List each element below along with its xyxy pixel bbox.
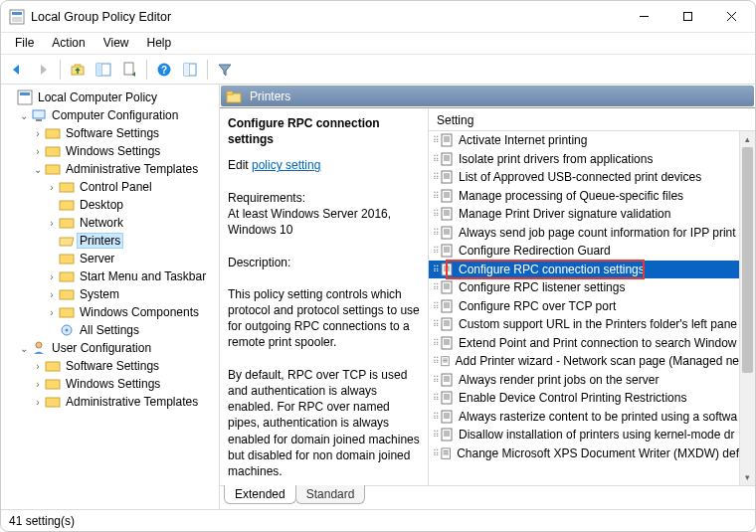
- back-button[interactable]: [5, 58, 29, 82]
- properties-button[interactable]: [178, 58, 202, 82]
- scroll-up-icon[interactable]: ▴: [740, 131, 755, 147]
- tree-root[interactable]: Local Computer Policy: [3, 89, 217, 106]
- tree-network[interactable]: ›Network: [3, 214, 217, 232]
- tree-label: Printers: [77, 233, 123, 249]
- folder-icon: [45, 358, 61, 374]
- setting-row[interactable]: ⠿Manage processing of Queue-specific fil…: [429, 187, 739, 206]
- tree-windows-components[interactable]: ›Windows Components: [3, 303, 217, 321]
- svg-rect-35: [46, 380, 60, 389]
- chevron-right-icon[interactable]: ›: [45, 289, 59, 300]
- svg-rect-23: [46, 165, 60, 174]
- tree-u-windows-settings[interactable]: ›Windows Settings: [3, 375, 217, 393]
- chevron-right-icon[interactable]: ›: [31, 361, 45, 372]
- tree-u-software-settings[interactable]: ›Software Settings: [3, 357, 217, 375]
- window-title: Local Group Policy Editor: [31, 10, 622, 24]
- svg-rect-27: [60, 255, 74, 264]
- description-paragraph: By default, RPC over TCP is used and aut…: [228, 367, 420, 479]
- up-button[interactable]: [66, 58, 90, 82]
- setting-row[interactable]: ⠿Extend Point and Print connection to se…: [429, 334, 739, 353]
- chevron-right-icon[interactable]: ›: [31, 146, 45, 157]
- chevron-right-icon[interactable]: ›: [31, 397, 45, 408]
- filter-button[interactable]: [213, 58, 237, 82]
- tree-windows-settings[interactable]: › Windows Settings: [3, 142, 217, 160]
- tree-server[interactable]: Server: [3, 250, 217, 267]
- setting-row[interactable]: ⠿Add Printer wizard - Network scan page …: [429, 352, 739, 371]
- scrollbar-track[interactable]: [740, 147, 755, 469]
- tree-panel[interactable]: Local Computer Policy ⌄ Computer Configu…: [1, 85, 220, 509]
- setting-row[interactable]: ⠿List of Approved USB-connected print de…: [429, 168, 739, 187]
- setting-row[interactable]: ⠿Disallow installation of printers using…: [429, 426, 739, 444]
- tree-computer-configuration[interactable]: ⌄ Computer Configuration: [3, 106, 217, 124]
- setting-row[interactable]: ⠿Always send job page count information …: [429, 224, 739, 243]
- setting-row-selected[interactable]: ⠿Configure RPC connection settings: [429, 261, 739, 279]
- show-hide-tree-button[interactable]: [92, 58, 115, 82]
- edit-policy-link[interactable]: policy setting: [252, 158, 320, 172]
- tree-label: Desktop: [77, 198, 126, 212]
- svg-rect-26: [60, 219, 74, 228]
- chevron-right-icon[interactable]: ›: [45, 307, 59, 318]
- tree-user-configuration[interactable]: ⌄ User Configuration: [3, 339, 217, 357]
- svg-rect-47: [442, 171, 452, 183]
- menu-view[interactable]: View: [95, 35, 137, 52]
- chevron-right-icon[interactable]: ›: [45, 271, 59, 282]
- tree-administrative-templates[interactable]: ⌄ Administrative Templates: [3, 160, 217, 178]
- tree-start-menu-taskbar[interactable]: ›Start Menu and Taskbar: [3, 267, 217, 285]
- close-button[interactable]: [709, 2, 753, 32]
- tree-software-settings[interactable]: › Software Settings: [3, 124, 217, 142]
- tree-u-administrative-templates[interactable]: ›Administrative Templates: [3, 393, 217, 411]
- setting-row[interactable]: ⠿Change Microsoft XPS Document Writer (M…: [429, 444, 739, 463]
- description-pane: Configure RPC connection settings Edit p…: [220, 109, 429, 485]
- setting-row[interactable]: ⠿Always rasterize content to be printed …: [429, 408, 739, 427]
- title-bar: Local Group Policy Editor: [1, 1, 755, 33]
- setting-icon: [441, 410, 455, 424]
- svg-rect-67: [442, 264, 452, 275]
- scroll-down-icon[interactable]: ▾: [740, 469, 755, 485]
- setting-row[interactable]: ⠿Always render print jobs on the server: [429, 371, 739, 390]
- setting-row[interactable]: ⠿Configure Redirection Guard: [429, 242, 739, 261]
- setting-row[interactable]: ⠿Manage Print Driver signature validatio…: [429, 205, 739, 224]
- tree-label: Windows Settings: [63, 144, 163, 158]
- tree-all-settings[interactable]: All Settings: [3, 321, 217, 339]
- setting-row[interactable]: ⠿Custom support URL in the Printers fold…: [429, 315, 739, 334]
- setting-icon: [441, 152, 455, 166]
- status-text: 41 setting(s): [9, 514, 75, 528]
- list-column-header[interactable]: Setting: [429, 109, 755, 131]
- setting-row[interactable]: ⠿Isolate print drivers from applications: [429, 150, 739, 169]
- chevron-down-icon[interactable]: ⌄: [17, 343, 31, 354]
- tree-label: User Configuration: [49, 341, 154, 355]
- chevron-right-icon[interactable]: ›: [31, 379, 45, 390]
- menu-help[interactable]: Help: [139, 35, 180, 52]
- tab-extended[interactable]: Extended: [224, 485, 296, 504]
- tree-control-panel[interactable]: ›Control Panel: [3, 178, 217, 196]
- vertical-scrollbar[interactable]: ▴ ▾: [739, 131, 755, 485]
- setting-row[interactable]: ⠿Activate Internet printing: [429, 131, 739, 150]
- setting-icon: [441, 133, 455, 147]
- setting-row[interactable]: ⠿Enable Device Control Printing Restrict…: [429, 389, 739, 408]
- chevron-right-icon[interactable]: ›: [31, 128, 45, 139]
- chevron-right-icon[interactable]: ›: [45, 218, 59, 229]
- tree-system[interactable]: ›System: [3, 285, 217, 303]
- chevron-down-icon[interactable]: ⌄: [31, 164, 45, 175]
- tab-standard[interactable]: Standard: [295, 485, 366, 504]
- requirements-line: At least Windows Server 2016,: [228, 206, 420, 222]
- svg-rect-4: [683, 13, 691, 21]
- chevron-right-icon[interactable]: ›: [45, 182, 59, 193]
- tree-desktop[interactable]: Desktop: [3, 196, 217, 214]
- maximize-button[interactable]: [665, 2, 709, 32]
- setting-row[interactable]: ⠿Configure RPC over TCP port: [429, 297, 739, 316]
- requirements-header: Requirements:: [228, 190, 420, 206]
- setting-row[interactable]: ⠿Configure RPC listener settings: [429, 278, 739, 297]
- tree-printers[interactable]: Printers: [3, 232, 217, 250]
- export-list-button[interactable]: [117, 58, 141, 82]
- forward-button[interactable]: [31, 58, 55, 82]
- scrollbar-thumb[interactable]: [742, 147, 753, 373]
- chevron-down-icon[interactable]: ⌄: [17, 110, 31, 121]
- menu-file[interactable]: File: [7, 35, 42, 52]
- help-button[interactable]: ?: [152, 58, 176, 82]
- minimize-button[interactable]: [622, 2, 665, 32]
- menu-action[interactable]: Action: [44, 35, 93, 52]
- settings-list[interactable]: ⠿Activate Internet printing⠿Isolate prin…: [429, 131, 755, 485]
- svg-rect-25: [60, 201, 74, 210]
- user-icon: [31, 340, 47, 356]
- svg-rect-59: [442, 227, 452, 239]
